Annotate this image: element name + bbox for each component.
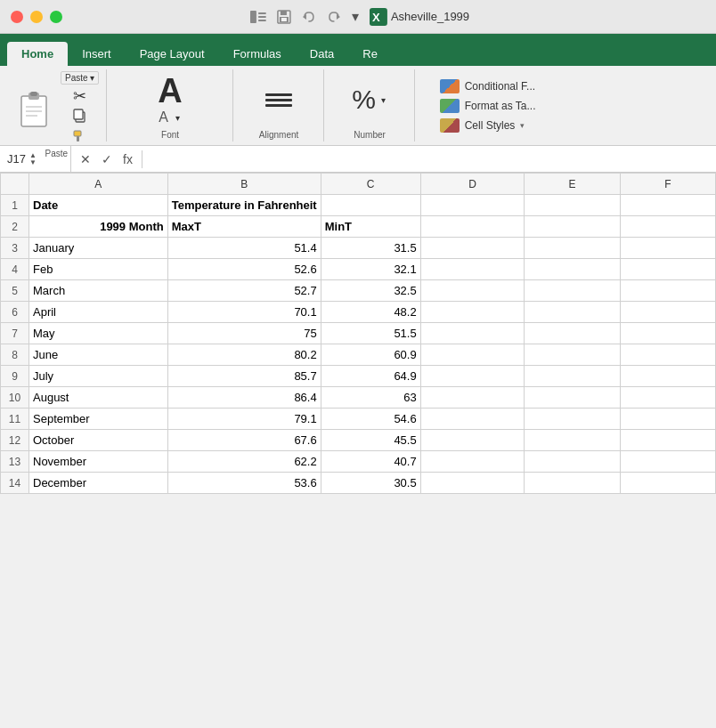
insert-function-button[interactable]: fx xyxy=(121,150,134,168)
cell-8-B[interactable]: 80.2 xyxy=(167,344,321,366)
col-header-F[interactable]: F xyxy=(620,174,715,195)
undo-button[interactable] xyxy=(298,8,320,26)
cell-9-B[interactable]: 85.7 xyxy=(167,366,321,387)
row-header-8[interactable]: 8 xyxy=(1,344,29,366)
cell-11-A[interactable]: September xyxy=(29,408,168,430)
cell-13-A[interactable]: November xyxy=(29,451,168,473)
format-as-table-button[interactable]: Format as Ta... xyxy=(436,97,540,115)
row-header-2[interactable]: 2 xyxy=(1,216,29,238)
cell-11-F[interactable] xyxy=(620,408,715,430)
cell-14-B[interactable]: 53.6 xyxy=(167,473,321,494)
minimize-button[interactable] xyxy=(30,11,43,23)
confirm-formula-button[interactable]: ✓ xyxy=(100,150,114,168)
cell-8-E[interactable] xyxy=(525,344,620,366)
cell-7-D[interactable] xyxy=(420,323,525,344)
tab-review[interactable]: Re xyxy=(348,42,392,66)
formula-input[interactable] xyxy=(142,152,716,166)
save-button[interactable] xyxy=(273,8,295,26)
cell-10-F[interactable] xyxy=(620,387,715,408)
cell-14-F[interactable] xyxy=(620,473,715,494)
name-box[interactable]: J17 ▲ ▼ xyxy=(0,146,71,172)
cell-14-A[interactable]: December xyxy=(29,473,168,494)
cell-1-B[interactable]: Temperature in Fahrenheit xyxy=(167,195,321,216)
maximize-button[interactable] xyxy=(50,11,62,23)
cell-9-C[interactable]: 64.9 xyxy=(321,366,420,387)
cut-button[interactable]: ✂ xyxy=(61,86,99,106)
cell-11-D[interactable] xyxy=(420,408,525,430)
cell-10-C[interactable]: 63 xyxy=(321,387,420,408)
cell-10-E[interactable] xyxy=(525,387,620,408)
tab-data[interactable]: Data xyxy=(296,42,348,66)
cell-12-A[interactable]: October xyxy=(29,430,168,451)
cell-13-B[interactable]: 62.2 xyxy=(167,451,321,473)
cell-11-B[interactable]: 79.1 xyxy=(167,408,321,430)
row-header-11[interactable]: 11 xyxy=(1,408,29,430)
col-header-E[interactable]: E xyxy=(525,174,620,195)
tab-insert[interactable]: Insert xyxy=(68,42,126,66)
cell-6-C[interactable]: 48.2 xyxy=(321,302,420,323)
number-dropdown[interactable]: ▾ xyxy=(379,94,387,106)
cell-10-B[interactable]: 86.4 xyxy=(167,387,321,408)
cell-9-F[interactable] xyxy=(620,366,715,387)
cell-4-A[interactable]: Feb xyxy=(29,259,168,280)
cell-2-D[interactable] xyxy=(420,216,525,238)
name-box-down-arrow[interactable]: ▼ xyxy=(29,159,37,166)
cell-6-F[interactable] xyxy=(620,302,715,323)
customize-toolbar-button[interactable]: ▾ xyxy=(348,6,362,27)
row-header-10[interactable]: 10 xyxy=(1,387,29,408)
cell-13-D[interactable] xyxy=(420,451,525,473)
col-header-D[interactable]: D xyxy=(420,174,525,195)
cell-3-C[interactable]: 31.5 xyxy=(321,238,420,259)
cell-7-A[interactable]: May xyxy=(29,323,168,344)
row-header-13[interactable]: 13 xyxy=(1,451,29,473)
cell-2-B[interactable]: MaxT xyxy=(167,216,321,238)
cell-8-D[interactable] xyxy=(420,344,525,366)
row-header-1[interactable]: 1 xyxy=(1,195,29,216)
cell-9-E[interactable] xyxy=(525,366,620,387)
cell-3-F[interactable] xyxy=(620,238,715,259)
cell-13-F[interactable] xyxy=(620,451,715,473)
cell-7-B[interactable]: 75 xyxy=(167,323,321,344)
cell-9-A[interactable]: July xyxy=(29,366,168,387)
cell-4-D[interactable] xyxy=(420,259,525,280)
cancel-formula-button[interactable]: ✕ xyxy=(78,150,93,168)
cell-11-E[interactable] xyxy=(525,408,620,430)
tab-page-layout[interactable]: Page Layout xyxy=(126,42,219,66)
paste-button[interactable] xyxy=(14,89,57,130)
cell-2-E[interactable] xyxy=(525,216,620,238)
row-header-5[interactable]: 5 xyxy=(1,280,29,302)
cell-8-F[interactable] xyxy=(620,344,715,366)
cell-5-D[interactable] xyxy=(420,280,525,302)
tab-formulas[interactable]: Formulas xyxy=(219,42,296,66)
cell-7-F[interactable] xyxy=(620,323,715,344)
cell-5-E[interactable] xyxy=(525,280,620,302)
font-color-dropdown[interactable]: ▾ xyxy=(174,112,182,124)
copy-button[interactable] xyxy=(61,108,99,126)
cell-12-E[interactable] xyxy=(525,430,620,451)
cell-2-A[interactable]: 1999 Month xyxy=(29,216,168,238)
cell-10-D[interactable] xyxy=(420,387,525,408)
cell-12-C[interactable]: 45.5 xyxy=(321,430,420,451)
cell-2-C[interactable]: MinT xyxy=(321,216,420,238)
window-controls[interactable] xyxy=(11,11,62,23)
cell-1-D[interactable] xyxy=(420,195,525,216)
col-header-B[interactable]: B xyxy=(167,174,321,195)
sidebar-toggle-button[interactable] xyxy=(247,9,270,25)
cell-10-A[interactable]: August xyxy=(29,387,168,408)
cell-5-A[interactable]: March xyxy=(29,280,168,302)
cell-1-F[interactable] xyxy=(620,195,715,216)
cell-6-E[interactable] xyxy=(525,302,620,323)
cell-13-E[interactable] xyxy=(525,451,620,473)
cell-4-E[interactable] xyxy=(525,259,620,280)
cell-1-E[interactable] xyxy=(525,195,620,216)
cell-12-F[interactable] xyxy=(620,430,715,451)
row-header-9[interactable]: 9 xyxy=(1,366,29,387)
redo-button[interactable] xyxy=(323,8,345,26)
conditional-formatting-button[interactable]: Conditional F... xyxy=(436,77,540,95)
cell-6-D[interactable] xyxy=(420,302,525,323)
cell-3-D[interactable] xyxy=(420,238,525,259)
cell-8-C[interactable]: 60.9 xyxy=(321,344,420,366)
cell-6-B[interactable]: 70.1 xyxy=(167,302,321,323)
cell-4-B[interactable]: 52.6 xyxy=(167,259,321,280)
cell-2-F[interactable] xyxy=(620,216,715,238)
